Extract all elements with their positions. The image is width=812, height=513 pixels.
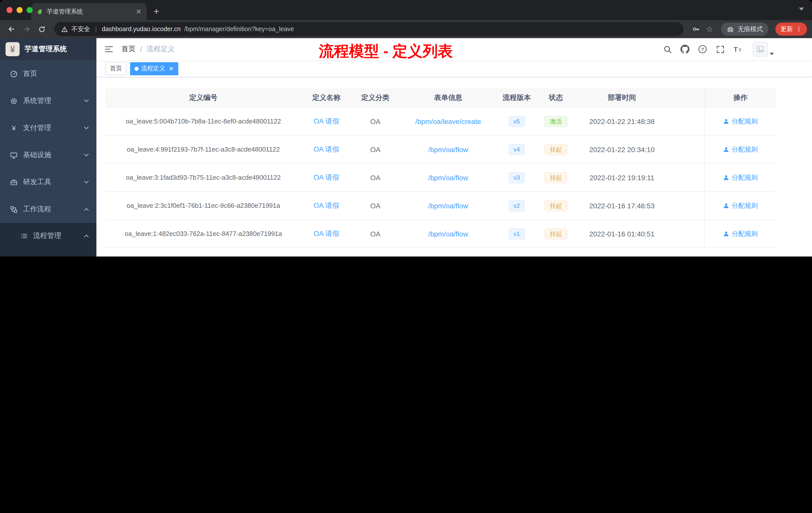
svg-text:T: T: [739, 48, 742, 53]
url-path: /bpm/manager/definition?key=oa_leave: [184, 26, 294, 33]
col-spacer: [668, 108, 704, 135]
sidebar-item-label: 研发工具: [23, 178, 51, 187]
assign-rule-label: 分配规则: [732, 201, 758, 210]
breadcrumb-separator: /: [140, 45, 142, 53]
app-root: 芋道管理系统 首页 系统管理 ¥ 支付管理: [0, 38, 812, 256]
new-tab-button[interactable]: +: [154, 6, 159, 16]
back-icon[interactable]: [5, 23, 18, 36]
page-content: 定义编号 定义名称 定义分类 表单信息 流程版本 状态 部署时间 操作 oa_l…: [96, 77, 812, 256]
dashboard-icon: [10, 70, 18, 78]
tag-process-definition[interactable]: 流程定义 ✕: [130, 62, 178, 75]
deploy-time: 2022-01-22 19:19:11: [576, 163, 668, 191]
sidebar-item-label: 首页: [23, 69, 37, 78]
chrome-update-button[interactable]: 更新: [775, 23, 807, 36]
assign-rule-link[interactable]: 分配规则: [723, 229, 758, 238]
chevron-down-icon: [84, 180, 89, 184]
breadcrumb: 首页 / 流程定义: [121, 45, 175, 54]
assign-rule-label: 分配规则: [732, 145, 758, 154]
definition-id: oa_leave:3:1fad3d93-7b75-11ec-a3c8-acde4…: [106, 163, 301, 191]
sidebar-item-payment[interactable]: ¥ 支付管理: [0, 115, 96, 142]
assign-rule-label: 分配规则: [732, 117, 758, 126]
definition-name-link[interactable]: OA 请假: [314, 201, 340, 210]
version-badge: v1: [509, 228, 525, 239]
maximize-window-button[interactable]: [27, 7, 33, 13]
col-header-version: 流程版本: [497, 88, 536, 107]
top-navbar: 首页 / 流程定义 流程模型 - 定义列表 ?: [96, 38, 812, 60]
sidebar-item-infrastructure[interactable]: 基础设施: [0, 142, 96, 169]
tag-home[interactable]: 首页: [106, 62, 126, 75]
browser-window: 芋道管理系统 ✕ + 不安全 | dashboard.yudao.iocoder…: [0, 0, 812, 256]
incognito-label: 无痕模式: [738, 25, 763, 33]
definition-category: OA: [351, 192, 399, 219]
tab-close-icon[interactable]: ✕: [136, 8, 142, 15]
close-window-button[interactable]: [6, 7, 12, 13]
caret-down-icon: [770, 53, 774, 55]
definition-id: oa_leave:4:991f2193-7b7f-11ec-a3c8-acde4…: [106, 135, 301, 163]
deploy-time: 2022-01-22 21:48:38: [576, 108, 668, 135]
chevron-up-icon: [84, 207, 89, 211]
col-header-time: 部署时间: [576, 88, 668, 107]
table-row: oa_leave:4:991f2193-7b7f-11ec-a3c8-acde4…: [106, 135, 776, 163]
toolbox-icon: [10, 178, 18, 186]
assign-rule-link[interactable]: 分配规则: [723, 117, 758, 126]
definition-category: OA: [351, 135, 399, 163]
sidebar-item-workflow[interactable]: 工作流程: [0, 196, 96, 223]
sidebar-logo[interactable]: 芋道管理系统: [0, 38, 96, 60]
user-avatar: [753, 42, 768, 57]
fullscreen-icon[interactable]: [716, 45, 725, 54]
tab-search-icon[interactable]: [799, 7, 804, 10]
form-link[interactable]: /bpm/oa/flow: [428, 230, 468, 238]
refresh-icon[interactable]: [35, 23, 48, 36]
search-icon[interactable]: [663, 45, 672, 54]
sidebar-item-system[interactable]: 系统管理: [0, 87, 96, 115]
favicon-leaf-icon: [36, 8, 43, 15]
form-link[interactable]: /bpm/oa/flow: [428, 202, 468, 210]
sidebar-item-dev-tools[interactable]: 研发工具: [0, 169, 96, 196]
definition-name-link[interactable]: OA 请假: [314, 229, 340, 238]
user-menu[interactable]: [753, 42, 774, 57]
assign-rule-link[interactable]: 分配规则: [723, 145, 758, 154]
help-icon[interactable]: ?: [698, 45, 707, 54]
definition-name-link[interactable]: OA 请假: [314, 173, 340, 182]
github-icon[interactable]: [680, 45, 690, 54]
assign-rule-link[interactable]: 分配规则: [723, 173, 758, 182]
font-size-icon[interactable]: TT: [733, 45, 742, 54]
assign-rule-label: 分配规则: [732, 173, 758, 182]
form-link[interactable]: /bpm/oa/leave/create: [415, 117, 481, 125]
form-link[interactable]: /bpm/oa/flow: [428, 145, 468, 153]
definition-category: OA: [351, 220, 399, 247]
col-header-id: 定义编号: [106, 88, 301, 107]
sidebar-item-label: 基础设施: [23, 151, 51, 160]
breadcrumb-home[interactable]: 首页: [121, 45, 136, 54]
definition-name-link[interactable]: OA 请假: [314, 117, 340, 126]
assign-rule-link[interactable]: 分配规则: [723, 201, 758, 210]
sidebar-item-label: 工作流程: [23, 205, 51, 214]
browser-toolbar: 不安全 | dashboard.yudao.iocoder.cn/bpm/man…: [0, 20, 812, 38]
status-badge: 挂起: [544, 228, 568, 239]
form-link[interactable]: /bpm/oa/flow: [428, 174, 468, 181]
deploy-time: 2022-01-16 17:46:53: [576, 192, 668, 219]
definition-name-link[interactable]: OA 请假: [314, 145, 340, 154]
sidebar-item-process-form[interactable]: 流程表单: [0, 249, 96, 256]
browser-menu-dots-icon[interactable]: [796, 26, 802, 32]
address-bar[interactable]: 不安全 | dashboard.yudao.iocoder.cn/bpm/man…: [54, 22, 683, 36]
status-badge: 激活: [544, 116, 568, 127]
bookmark-star-icon[interactable]: ☆: [706, 25, 713, 34]
status-badge: 挂起: [544, 144, 568, 155]
key-icon[interactable]: [689, 23, 702, 36]
sidebar-item-process-management[interactable]: 流程管理: [0, 223, 96, 249]
tag-close-icon[interactable]: ✕: [169, 65, 174, 71]
hamburger-icon[interactable]: [96, 45, 121, 53]
sidebar-item-home[interactable]: 首页: [0, 60, 96, 87]
minimize-window-button[interactable]: [17, 7, 23, 13]
incognito-icon: [727, 25, 734, 33]
forward-icon[interactable]: [20, 23, 33, 36]
chevron-down-icon: [84, 99, 89, 103]
chevron-down-icon: [84, 126, 89, 130]
col-spacer: [668, 220, 704, 247]
active-dot: [135, 66, 139, 70]
app-title: 芋道管理系统: [25, 45, 67, 54]
workflow-icon: [10, 206, 18, 213]
main-area: 首页 / 流程定义 流程模型 - 定义列表 ?: [96, 38, 812, 256]
browser-tab[interactable]: 芋道管理系统 ✕: [31, 3, 147, 20]
